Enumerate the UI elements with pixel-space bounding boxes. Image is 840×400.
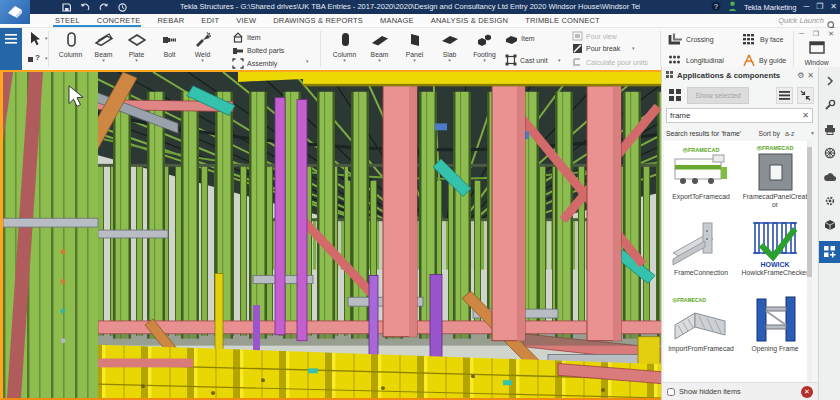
error-badge-icon[interactable]: ✕ [801,386,813,398]
component-item[interactable] [740,371,810,382]
tab-steel[interactable]: STEEL [55,16,80,25]
tab-drawings-reports[interactable]: DRAWINGS & REPORTS [273,16,363,25]
pour-break-button[interactable]: Pour break [572,42,620,54]
user-name[interactable]: Tekla Marketing [744,3,797,12]
opening-frame-thumbnail [743,295,807,345]
dropdown-caret-icon: ▼ [810,131,815,136]
tab-rebar[interactable]: REBAR [157,16,184,25]
clear-search-icon[interactable]: ✕ [802,111,812,120]
weld-button[interactable]: Weld▾ [186,29,219,69]
component-search-box[interactable]: ✕ [666,108,813,123]
gear-icon[interactable] [819,191,840,211]
minimize-icon[interactable]: ─ [803,0,809,14]
sort-by-label: Sort by [758,130,780,137]
bolted-parts-button[interactable]: Bolted parts [232,44,284,56]
component-item[interactable]: ⦿FRAMECAD ImportFromFramecad [666,295,736,371]
bolt-icon [162,29,178,51]
by-guide-button[interactable]: By guide [742,54,786,66]
assembly-icon [232,58,244,69]
component-item[interactable]: ⦿FRAMECAD ExportToFramecad [666,143,736,219]
dropdown-caret-icon[interactable]: ▾ [632,46,635,51]
panel-settings-gear-icon[interactable]: ⚙ [797,71,804,80]
cursor-arrow-icon [27,31,42,46]
user-icon[interactable] [728,1,737,13]
steel-item-button[interactable]: Item [232,31,261,43]
crossing-icon [668,33,683,46]
steel-plate-button[interactable]: Plate▾ [120,29,153,69]
close-icon[interactable]: ✕ [830,0,837,14]
restore-icon[interactable]: ❐ [816,0,823,14]
wheel-icon[interactable] [819,143,840,163]
quick-launch[interactable]: Quick Launch [778,14,824,27]
concrete-column-button[interactable]: Column▾ [328,29,361,69]
tekla-logo[interactable] [0,0,30,24]
customize-wrench-icon[interactable] [819,95,840,115]
component-label: ExportToFramecad [667,193,735,201]
component-item[interactable]: HOWICK HowickFrameChecker [740,219,810,295]
show-hidden-items-checkbox[interactable] [667,388,675,396]
concrete-slab-button[interactable]: Slab▾ [433,29,466,69]
concrete-beam-icon [371,29,389,51]
select-tool-button[interactable]: ▾ [27,32,48,44]
concrete-slab-icon [441,29,459,51]
svg-text:?: ? [35,53,40,62]
panel-toolbar: Show selected [662,84,818,106]
concrete-beam-button[interactable]: Beam▾ [363,29,396,69]
sort-dropdown[interactable]: a-z▼ [785,130,815,137]
steel-beam-button[interactable]: Beam▾ [87,29,120,69]
dropdown-caret-icon[interactable]: ▾ [306,59,309,64]
tab-edit[interactable]: EDIT [201,16,219,25]
cast-unit-button[interactable]: Cast unit [505,54,548,66]
quick-access-toolbar[interactable] [62,1,127,13]
collapse-panel-button[interactable] [797,87,814,104]
select-filter-button[interactable]: ?▾ [27,52,48,64]
concrete-item-button[interactable]: Item [505,32,535,44]
panel-scrollbar[interactable] [807,141,812,382]
cast-unit-icon [505,54,517,66]
concrete-column-icon [337,29,353,51]
assembly-button[interactable]: Assembly [232,57,277,69]
ribbon: ▾ ?▾ Column Beam▾ Plate▾ Bolt Weld▾ [0,28,840,71]
side-pane-toolbar [818,67,840,400]
crossing-button[interactable]: Crossing [668,33,714,45]
thumbnail-view-button[interactable] [666,87,683,104]
panel-app-icon [666,71,674,79]
applications-components-active-icon[interactable] [819,241,840,263]
steel-bolt-button[interactable]: Bolt [153,29,186,69]
cloud-icon[interactable] [819,167,840,187]
file-menu-button[interactable] [0,28,22,70]
component-search-input[interactable] [667,110,802,121]
cube-icon[interactable] [819,215,840,235]
undo-icon[interactable] [80,3,90,12]
save-icon[interactable] [62,3,71,12]
svg-text:HOWICK: HOWICK [760,261,789,268]
panel-close-icon[interactable]: ✕ [807,71,814,80]
panel-title: Applications & components [677,71,794,80]
list-view-button[interactable] [776,87,793,104]
printer-icon[interactable] [819,119,840,139]
help-icon[interactable]: ? [711,1,721,13]
frameconnection-thumbnail [669,219,733,269]
dropdown-caret-icon[interactable]: ▾ [558,58,561,63]
hamburger-list-icon [779,91,790,100]
concrete-footing-button[interactable]: Footing▾ [468,29,501,69]
calculate-pour-units-button: Calculate pour units [572,56,648,68]
component-item[interactable]: ⦿FRAMECAD FramecadPanelCreator [740,143,810,219]
by-face-icon [742,33,757,46]
tab-trimble-connect[interactable]: TRIMBLE CONNECT [525,16,600,25]
history-icon[interactable] [118,3,127,12]
tab-view[interactable]: VIEW [236,16,256,25]
concrete-panel-button[interactable]: Panel▾ [398,29,431,69]
tab-manage[interactable]: MANAGE [380,16,414,25]
expand-side-pane-icon[interactable] [819,71,840,91]
component-item[interactable] [666,371,736,382]
panel-scrollbar-thumb[interactable] [807,147,812,277]
longitudinal-button[interactable]: Longitudinal [668,54,724,66]
by-face-button[interactable]: By face [742,33,783,45]
redo-icon[interactable] [99,3,109,12]
component-item[interactable]: FrameConnection [666,219,736,295]
steel-column-button[interactable]: Column [54,29,87,69]
tab-concrete[interactable]: CONCRETE [97,16,141,25]
tab-analysis-design[interactable]: ANALYSIS & DESIGN [431,16,508,25]
component-item[interactable]: Opening Frame [740,295,810,371]
